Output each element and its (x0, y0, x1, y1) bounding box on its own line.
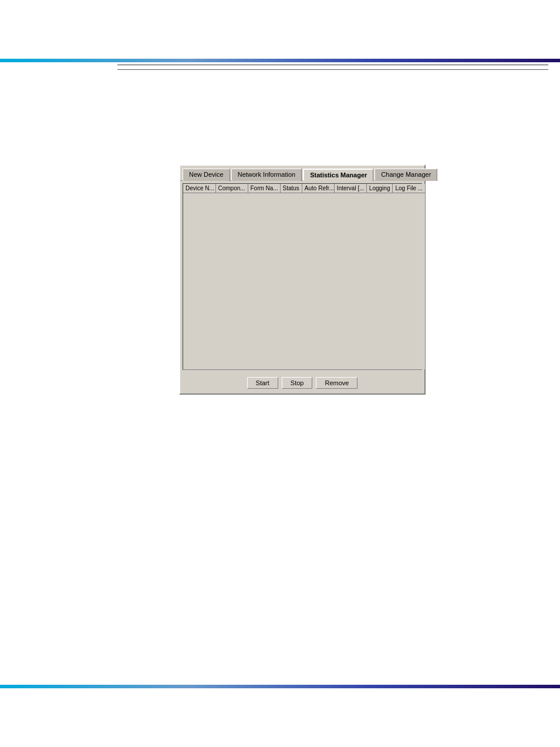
col-header-status: Status (280, 184, 302, 193)
stop-button[interactable]: Stop (282, 377, 313, 389)
tab-new-device[interactable]: New Device (183, 169, 230, 181)
main-panel: New Device Network Information Statistic… (179, 164, 426, 395)
tab-network-information[interactable]: Network Information (231, 169, 302, 181)
tab-change-manager[interactable]: Change Manager (375, 169, 437, 181)
tabs-row: New Device Network Information Statistic… (180, 166, 424, 181)
empty-row (183, 193, 425, 369)
table-header-row: Device N... Compon... Form Na... Status (183, 184, 425, 193)
statistics-table: Device N... Compon... Form Na... Status (183, 184, 425, 369)
col-header-auto-refresh: Auto Refr... (302, 184, 334, 193)
tab-content: Device N... Compon... Form Na... Status (180, 181, 424, 372)
col-header-form-name: Form Na... (248, 184, 280, 193)
col-header-logging: Logging (366, 184, 393, 193)
col-header-interval: Interval [... (334, 184, 366, 193)
table-body (183, 193, 425, 369)
tab-statistics-manager[interactable]: Statistics Manager (303, 169, 373, 181)
start-button[interactable]: Start (247, 377, 278, 389)
top-decorative-bar (0, 59, 560, 62)
buttons-row: Start Stop Remove (180, 372, 424, 393)
top-line-2 (117, 69, 548, 70)
data-table-container: Device N... Compon... Form Na... Status (183, 183, 422, 370)
remove-button[interactable]: Remove (316, 377, 357, 389)
bottom-decorative-bar (0, 685, 560, 688)
top-line-1 (117, 65, 548, 65)
col-header-component: Compon... (215, 184, 248, 193)
col-header-log-file: Log File ... (393, 184, 425, 193)
col-header-device-name: Device N... (183, 184, 215, 193)
